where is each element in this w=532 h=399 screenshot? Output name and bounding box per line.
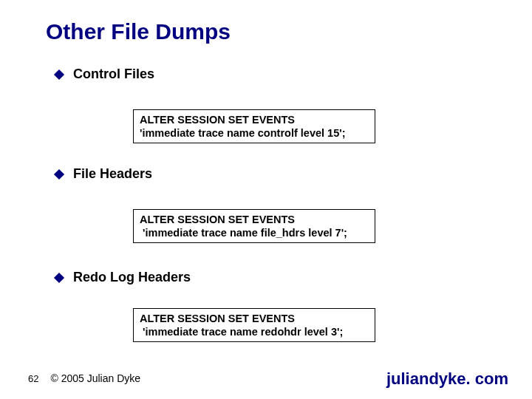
section-control-files: Control Files — [55, 66, 154, 82]
code-box-control-files: ALTER SESSION SET EVENTS 'immediate trac… — [133, 109, 375, 143]
copyright-text: © 2005 Julian Dyke — [50, 372, 140, 384]
code-box-file-headers: ALTER SESSION SET EVENTS 'immediate trac… — [133, 209, 375, 243]
footer-site: juliandyke. com — [386, 369, 508, 389]
diamond-bullet-icon — [54, 69, 64, 79]
page-number: 62 — [28, 373, 38, 384]
bullet-row: File Headers — [55, 166, 152, 182]
section-label: File Headers — [73, 166, 152, 182]
section-label: Redo Log Headers — [73, 270, 191, 285]
slide-title: Other File Dumps — [46, 19, 231, 44]
section-label: Control Files — [73, 66, 154, 82]
bullet-row: Redo Log Headers — [55, 270, 191, 285]
slide: Other File Dumps Control Files ALTER SES… — [0, 0, 532, 399]
diamond-bullet-icon — [54, 272, 64, 282]
code-box-redo-log-headers: ALTER SESSION SET EVENTS 'immediate trac… — [133, 308, 375, 342]
section-redo-log-headers: Redo Log Headers — [55, 270, 191, 285]
bullet-row: Control Files — [55, 66, 154, 82]
diamond-bullet-icon — [54, 168, 64, 179]
footer-left: 62 © 2005 Julian Dyke — [28, 372, 140, 384]
section-file-headers: File Headers — [55, 166, 152, 182]
